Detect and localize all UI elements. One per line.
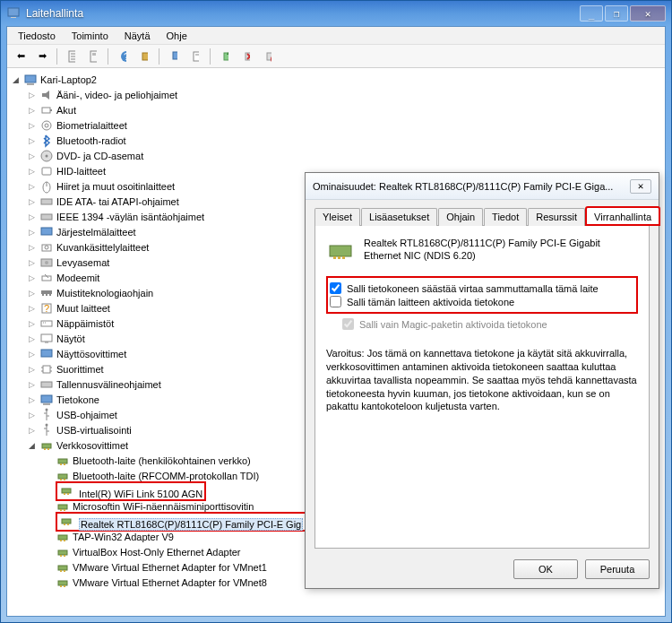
tree-category-biometria[interactable]: Biometrialaitteet — [25, 117, 663, 133]
disable-button[interactable] — [258, 47, 278, 66]
allow-power-save-checkbox[interactable] — [330, 282, 341, 294]
tab-resurssit[interactable]: Resurssit — [528, 208, 585, 226]
power-checkboxes-group: Salli tietokoneen säästää virtaa sammutt… — [326, 276, 638, 314]
category-label: Muut laitteet — [56, 303, 110, 314]
minimize-button[interactable]: _ — [580, 5, 603, 22]
tab-tiedot[interactable]: Tiedot — [484, 208, 527, 226]
hid-icon — [39, 164, 54, 178]
expand-icon[interactable] — [27, 379, 37, 389]
tab-lisaasetukset[interactable]: Lisäasetukset — [361, 208, 437, 226]
svg-rect-88 — [64, 570, 65, 572]
expand-icon[interactable] — [27, 227, 37, 237]
menu-tiedosto[interactable]: Tiedosto — [11, 29, 63, 43]
svg-text:?: ? — [44, 303, 49, 314]
view-list-button[interactable] — [62, 47, 82, 66]
close-button[interactable]: ✕ — [630, 5, 666, 22]
category-label: Kuvankäsittelylaitteet — [56, 242, 149, 253]
category-label: Näppäimistöt — [56, 318, 114, 329]
ok-button[interactable]: OK — [513, 559, 578, 579]
tree-category-akut[interactable]: Akut — [25, 102, 663, 117]
svg-rect-51 — [41, 350, 52, 357]
expand-icon[interactable] — [27, 394, 37, 404]
expand-icon[interactable] — [27, 120, 37, 130]
expand-icon[interactable] — [27, 181, 37, 191]
help-button[interactable]: ? — [113, 47, 133, 66]
expand-icon[interactable] — [27, 425, 37, 435]
update-icon — [221, 49, 228, 64]
tree-root[interactable]: Kari-Laptop2 — [9, 72, 663, 87]
svg-rect-12 — [194, 52, 199, 61]
expand-icon[interactable] — [27, 166, 37, 176]
leaf-icon — [43, 562, 53, 572]
scan-button[interactable] — [164, 47, 184, 66]
svg-rect-63 — [44, 448, 46, 450]
expand-icon[interactable] — [27, 364, 37, 374]
app-icon — [6, 5, 21, 22]
expand-icon[interactable] — [27, 303, 37, 313]
storage-icon — [39, 377, 54, 392]
svg-rect-79 — [67, 523, 69, 525]
svg-rect-72 — [64, 493, 65, 495]
expand-icon[interactable] — [27, 151, 37, 160]
expand-icon[interactable] — [27, 273, 37, 282]
expand-icon[interactable] — [27, 288, 37, 298]
uninstall-button[interactable] — [237, 47, 256, 66]
leaf-icon — [43, 532, 53, 541]
separator — [56, 48, 57, 65]
expand-icon[interactable] — [27, 135, 37, 145]
expand-icon[interactable] — [27, 440, 37, 450]
maximize-button[interactable]: ❐ — [605, 5, 628, 22]
svg-text:?: ? — [124, 51, 126, 62]
allow-power-save-checkbox-row[interactable]: Salli tietokoneen säästää virtaa sammutt… — [330, 281, 634, 295]
svg-rect-84 — [60, 555, 62, 557]
forward-button[interactable]: ➡ — [32, 47, 52, 66]
allow-wake-checkbox[interactable] — [330, 296, 341, 307]
tab-virranhallinta[interactable]: Virranhallinta — [586, 207, 659, 225]
menu-ohje[interactable]: Ohje — [159, 29, 194, 43]
back-button[interactable]: ⬅ — [11, 47, 30, 66]
dialog-titlebar: Ominaisuudet: Realtek RTL8168C(P)/8111C(… — [306, 173, 659, 200]
properties-button[interactable] — [185, 47, 205, 66]
expand-icon[interactable] — [27, 318, 37, 328]
expand-icon[interactable] — [27, 349, 37, 359]
update-driver-button[interactable] — [215, 47, 235, 66]
view-detail-button[interactable] — [83, 47, 103, 66]
cancel-button[interactable]: Peruuta — [585, 559, 650, 579]
expand-icon[interactable] — [27, 257, 37, 267]
config-button[interactable] — [134, 47, 154, 66]
svg-rect-77 — [62, 519, 71, 523]
expand-icon[interactable] — [27, 333, 37, 343]
tab-strip: Yleiset Lisäasetukset Ohjain Tiedot Resu… — [314, 207, 650, 226]
svg-rect-46 — [41, 321, 52, 326]
expand-icon[interactable] — [27, 410, 37, 420]
tree-category-audio[interactable]: Ääni-, video- ja peliohjaimet — [25, 87, 663, 102]
device-label: Realtek RTL8168C(P)/8111C(P) Family PCI-… — [79, 518, 303, 531]
tree-category-dvd[interactable]: DVD- ja CD-asemat — [25, 148, 663, 163]
svg-point-36 — [45, 246, 48, 249]
scan-icon — [170, 49, 177, 64]
menu-toiminto[interactable]: Toiminto — [65, 29, 116, 43]
allow-wake-checkbox-row[interactable]: Salli tämän laitteen aktivoida tietokone — [330, 295, 634, 308]
expand-icon[interactable] — [27, 242, 37, 252]
tree-category-bluetooth[interactable]: Bluetooth-radiot — [25, 133, 663, 148]
leaf-icon — [43, 486, 53, 496]
expand-icon[interactable] — [11, 74, 21, 84]
category-label: Järjestelmälaitteet — [56, 227, 136, 238]
tab-yleiset[interactable]: Yleiset — [314, 208, 360, 226]
expand-icon[interactable] — [27, 105, 37, 115]
svg-rect-89 — [58, 581, 67, 585]
keyboards-icon — [39, 316, 54, 331]
expand-icon[interactable] — [27, 212, 37, 221]
svg-rect-91 — [64, 585, 65, 587]
tab-ohjain[interactable]: Ohjain — [438, 208, 483, 226]
expand-icon[interactable] — [27, 196, 37, 206]
device-label: VirtualBox Host-Only Ethernet Adapter — [73, 547, 241, 558]
category-label: Hiiret ja muut osoitinlaitteet — [56, 181, 175, 192]
expand-icon[interactable] — [27, 90, 37, 100]
ieee-icon — [39, 210, 54, 224]
device-header: Realtek RTL8168C(P)/8111C(P) Family PCI-… — [326, 237, 638, 265]
category-label: Ääni-, video- ja peliohjaimet — [56, 90, 177, 100]
dialog-close-button[interactable]: ✕ — [630, 179, 651, 194]
network-adapter-icon — [59, 483, 73, 498]
menu-nayta[interactable]: Näytä — [117, 29, 158, 43]
